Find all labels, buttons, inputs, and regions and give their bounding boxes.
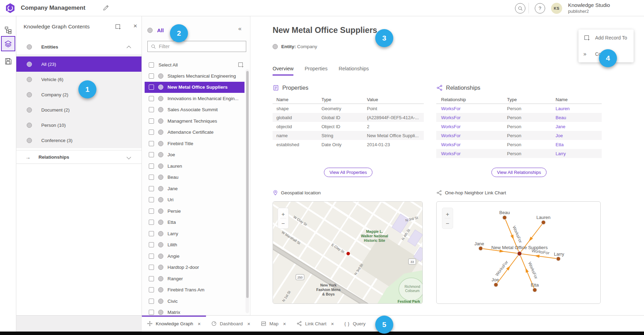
entities-section-header[interactable]: Entities [16,40,141,54]
item-checkbox[interactable] [149,152,154,157]
entity-type-row[interactable]: Conference (3) [16,133,141,148]
relationships-section-header[interactable]: → Relationships [16,150,141,164]
item-checkbox[interactable] [149,209,154,214]
data-model-icon[interactable] [4,26,12,34]
entity-list-item[interactable]: Lauren [145,160,244,172]
entity-type-row[interactable]: Document (2) [16,102,141,117]
item-checkbox[interactable] [149,175,154,180]
entity-list-item[interactable]: Lilith [145,239,244,251]
close-tab-icon[interactable]: × [196,321,201,327]
item-checkbox[interactable] [149,287,154,292]
item-checkbox[interactable] [149,73,154,79]
item-checkbox[interactable] [149,141,154,146]
item-checkbox[interactable] [149,310,154,315]
related-entity-link[interactable]: Etta [551,142,602,147]
tab-map[interactable]: Map × [256,316,291,332]
edit-title-icon[interactable] [103,5,109,11]
help-button[interactable]: ? [535,3,545,14]
close-tab-icon[interactable]: × [282,321,286,327]
chevron-up-icon[interactable] [127,45,131,50]
related-entity-link[interactable]: Larry [551,151,602,156]
entity-list-item[interactable]: Staplers Mechanical Engineering [145,70,244,82]
entity-list-item[interactable]: New Metal Office Suppliers [145,82,244,93]
entity-type-row[interactable]: Person (10) [16,117,141,133]
item-checkbox[interactable] [149,85,154,90]
item-checkbox[interactable] [149,164,154,169]
item-checkbox[interactable] [149,231,154,236]
select-all-row[interactable]: Select All [149,60,244,70]
menu-item-add-record-to[interactable]: Add Record To [578,29,634,46]
entity-type-row[interactable]: All (23) [16,56,141,72]
relationship-link[interactable]: WorksFor [436,115,502,120]
graph-node[interactable] [479,246,483,250]
tab-overview[interactable]: Overview [273,66,293,76]
relationship-link[interactable]: WorksFor [436,151,502,156]
user-identity[interactable]: Knowledge Studio publisher2 [568,2,610,14]
view-all-relationships-button[interactable]: View All Relationships [491,168,547,177]
related-entity-link[interactable]: Jane [551,124,602,129]
item-checkbox[interactable] [149,107,154,112]
select-all-checkbox[interactable] [149,62,154,68]
item-checkbox[interactable] [149,242,154,247]
graph-node[interactable] [556,257,560,261]
item-checkbox[interactable] [149,276,154,281]
related-entity-link[interactable]: Beau [551,115,602,120]
close-tab-icon[interactable]: × [246,321,250,327]
item-checkbox[interactable] [149,130,154,135]
entity-list-item[interactable]: Innovations in Mechanical Engin... [145,93,244,104]
tab-properties[interactable]: Properties [304,66,327,76]
tab-query[interactable]: { } Query [339,316,371,332]
zoom-in-button[interactable]: + [446,211,449,218]
entity-list-item[interactable]: Firebird Title [145,138,244,149]
one-hop-link-chart[interactable]: WorksFor WorksFor WorksFor WorksFor Beau [436,201,601,304]
geospatial-map[interactable]: W Clay St E Clay St W Marshall St N 3rd … [273,201,423,304]
entity-list-item[interactable]: Hardtop 2-door [145,262,244,273]
add-record-icon[interactable] [237,61,244,68]
relationship-link[interactable]: WorksFor [436,133,502,138]
add-record-icon[interactable] [114,23,121,30]
entity-list-item[interactable]: Joe [145,149,244,161]
entity-list-item[interactable]: Beau [145,172,244,183]
zoom-in-button[interactable]: + [282,211,285,218]
item-checkbox[interactable] [149,186,154,191]
graph-node[interactable] [533,288,537,292]
relationship-link[interactable]: WorksFor [436,124,502,129]
search-button[interactable] [515,3,525,14]
entity-list-item[interactable]: Matrix [145,307,244,316]
entity-list-item[interactable]: Civic [145,296,244,307]
zoom-out-button[interactable]: − [446,220,449,227]
item-checkbox[interactable] [149,265,154,270]
entity-list-item[interactable]: Firebird Trans Am [145,284,244,296]
entity-list-item[interactable]: Angie [145,250,244,262]
graph-node[interactable] [494,283,498,287]
entity-list-item[interactable]: Jane [145,183,244,194]
entity-type-row[interactable]: Vehicle (6) [16,72,141,87]
item-checkbox[interactable] [149,299,154,304]
tab-link-chart[interactable]: Link Chart × [291,316,339,332]
related-entity-link[interactable]: Joe [551,133,602,138]
filter-input[interactable] [159,44,243,49]
item-checkbox[interactable] [149,254,154,259]
entity-list-item[interactable]: Attendance Certificate [145,127,244,138]
entity-list-item[interactable]: Uri [145,194,244,206]
save-icon[interactable] [4,57,12,65]
view-all-properties-button[interactable]: View All Properties [324,168,372,177]
entity-list-item[interactable]: Ranger [145,273,244,284]
relationship-link[interactable]: WorksFor [436,106,502,111]
entity-list-item[interactable]: Sales Associate Summit [145,104,244,116]
item-checkbox[interactable] [149,220,154,225]
graph-node[interactable] [541,220,546,224]
zoom-out-button[interactable]: − [282,220,285,227]
contents-rail-button[interactable] [1,36,15,51]
tab-dashboard[interactable]: Dashboard × [206,316,256,332]
close-panel-icon[interactable]: × [131,22,139,30]
chevron-down-icon[interactable] [127,155,131,159]
tab-relationships[interactable]: Relationships [339,66,369,76]
item-checkbox[interactable] [149,96,154,101]
tab-knowledge-graph[interactable]: Knowledge Graph × [142,316,206,332]
relationship-link[interactable]: WorksFor [436,142,502,147]
graph-node[interactable] [503,215,507,220]
entity-list-item[interactable]: Etta [145,217,244,228]
entity-list-item[interactable]: Managment Techniques [145,115,244,127]
collapse-panel-icon[interactable]: « [238,25,241,32]
